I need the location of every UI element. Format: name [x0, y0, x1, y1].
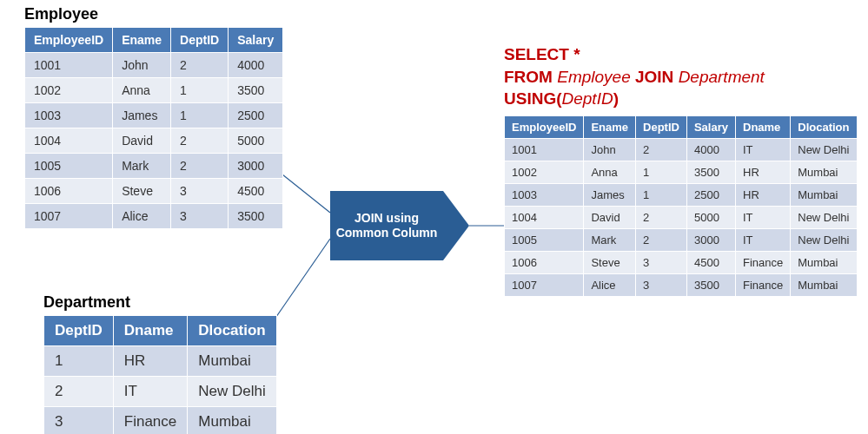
result-cell: 3500 [686, 161, 735, 183]
department-cell: HR [113, 346, 187, 377]
result-cell: 1002 [505, 161, 584, 183]
department-cell: 2 [44, 377, 114, 407]
sql-kw: USING( [504, 89, 562, 108]
table-row: 1004David25000ITNew Delhi [505, 206, 858, 228]
table-row: 1006Steve34500FinanceMumbai [505, 251, 858, 273]
result-cell: HR [736, 183, 791, 206]
result-cell: Mumbai [791, 183, 857, 206]
result-cell: IT [736, 228, 791, 251]
employee-cell: 2 [171, 154, 229, 179]
result-cell: 1003 [505, 183, 584, 206]
sql-kw: ) [613, 89, 619, 108]
employee-cell: 1002 [25, 78, 113, 103]
result-cell: Steve [584, 251, 636, 273]
sql-em: DeptID [562, 89, 613, 108]
result-header: DeptID [636, 115, 687, 138]
department-table-block: Department DeptIDDnameDlocation 1HRMumba… [43, 293, 277, 434]
result-cell: David [584, 206, 636, 228]
result-cell: John [584, 138, 636, 161]
result-cell: Finance [736, 251, 791, 273]
department-cell: New Delhi [188, 377, 276, 407]
table-row: 1001John24000 [25, 53, 283, 78]
employee-cell: Alice [113, 204, 171, 229]
result-cell: 1005 [505, 228, 584, 251]
table-row: 1001John24000ITNew Delhi [505, 138, 858, 161]
employee-cell: 2 [171, 128, 229, 154]
department-table: DeptIDDnameDlocation 1HRMumbai2ITNew Del… [43, 315, 277, 434]
result-cell: 2 [636, 138, 687, 161]
table-row: 1005Mark23000ITNew Delhi [505, 228, 858, 251]
department-cell: Mumbai [188, 407, 276, 435]
result-cell: IT [736, 138, 791, 161]
employee-cell: David [113, 128, 171, 154]
table-row: 1004David25000 [25, 128, 283, 154]
table-row: 1007Alice33500 [25, 204, 283, 229]
employee-cell: 4000 [229, 53, 283, 78]
sql-em: Employee [557, 68, 635, 86]
employee-cell: 3500 [229, 204, 283, 229]
sql-kw: JOIN [635, 68, 679, 86]
table-row: 1003James12500HRMumbai [505, 183, 858, 206]
table-row: 1002Anna13500 [25, 78, 283, 103]
employee-cell: 2 [171, 53, 229, 78]
result-header: EmployeeID [505, 115, 584, 138]
employee-cell: 1001 [25, 53, 113, 78]
result-cell: 2 [636, 228, 687, 251]
result-cell: 1004 [505, 206, 584, 228]
table-row: 3FinanceMumbai [44, 407, 277, 435]
table-row: 2ITNew Delhi [44, 377, 277, 407]
employee-cell: 2500 [229, 103, 283, 128]
employee-cell: 4500 [229, 179, 283, 204]
result-header: Salary [686, 115, 735, 138]
result-cell: Mumbai [791, 273, 857, 296]
result-cell: 1 [636, 183, 687, 206]
employee-cell: 1006 [25, 179, 113, 204]
department-header: Dlocation [188, 316, 276, 346]
result-cell: 4500 [686, 251, 735, 273]
result-table: EmployeeIDEnameDeptIDSalaryDnameDlocatio… [504, 115, 858, 297]
join-arrow: JOIN using Common Column [330, 191, 443, 260]
employee-cell: 3000 [229, 154, 283, 179]
result-cell: 3000 [686, 228, 735, 251]
sql-em: Department [679, 68, 765, 86]
employee-cell: 1 [171, 78, 229, 103]
result-cell: Anna [584, 161, 636, 183]
employee-table: EmployeeIDEnameDeptIDSalary 1001John2400… [24, 27, 283, 229]
result-cell: New Delhi [791, 206, 857, 228]
employee-header: DeptID [171, 28, 229, 53]
join-label: JOIN using Common Column [330, 211, 443, 241]
department-title: Department [43, 293, 277, 312]
result-cell: James [584, 183, 636, 206]
result-cell: 3 [636, 251, 687, 273]
employee-table-block: Employee EmployeeIDEnameDeptIDSalary 100… [24, 5, 283, 229]
department-header: DeptID [44, 316, 114, 346]
table-row: 1002Anna13500HRMumbai [505, 161, 858, 183]
department-cell: 3 [44, 407, 114, 435]
result-cell: Finance [736, 273, 791, 296]
department-header: Dname [113, 316, 187, 346]
result-cell: 3 [636, 273, 687, 296]
employee-header: Ename [113, 28, 171, 53]
employee-cell: 1005 [25, 154, 113, 179]
employee-cell: John [113, 53, 171, 78]
employee-title: Employee [24, 5, 283, 23]
result-cell: 3500 [686, 273, 735, 296]
employee-cell: Anna [113, 78, 171, 103]
employee-cell: 3 [171, 179, 229, 204]
sql-query: SELECT * FROM Employee JOIN Department U… [504, 43, 858, 110]
result-header: Dname [736, 115, 791, 138]
department-cell: Finance [113, 407, 187, 435]
result-header: Dlocation [791, 115, 857, 138]
table-row: 1006Steve34500 [25, 179, 283, 204]
employee-cell: Mark [113, 154, 171, 179]
result-cell: 5000 [686, 206, 735, 228]
employee-cell: 3 [171, 204, 229, 229]
department-cell: Mumbai [188, 346, 276, 377]
employee-cell: 5000 [229, 128, 283, 154]
result-cell: Alice [584, 273, 636, 296]
result-cell: Mumbai [791, 251, 857, 273]
table-row: 1007Alice33500FinanceMumbai [505, 273, 858, 296]
table-row: 1003James12500 [25, 103, 283, 128]
employee-header: EmployeeID [25, 28, 113, 53]
table-row: 1HRMumbai [44, 346, 277, 377]
